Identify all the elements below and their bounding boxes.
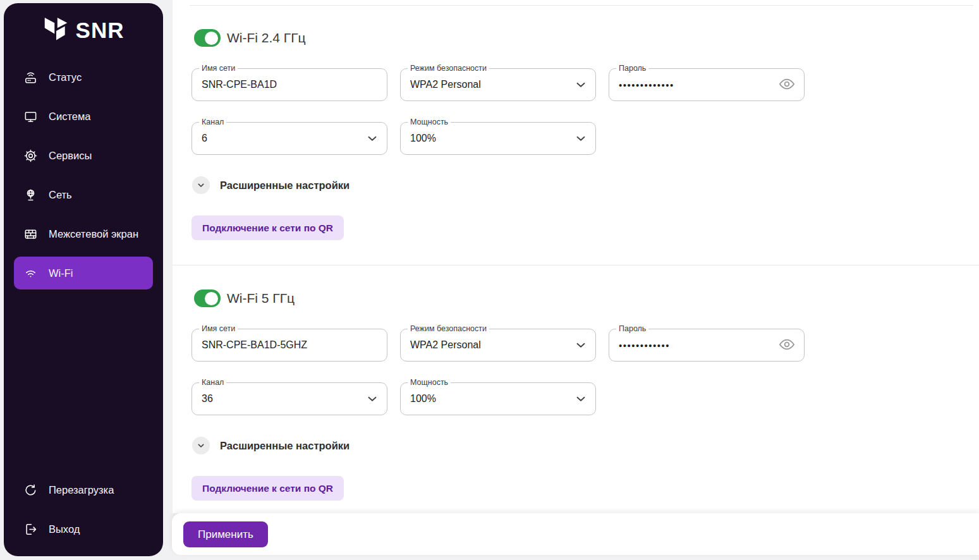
network-name-input[interactable] <box>192 329 387 361</box>
apply-button[interactable]: Применить <box>183 521 268 547</box>
password-field: Пароль <box>609 329 805 362</box>
channel-select[interactable]: Канал 36 <box>192 382 387 415</box>
sidebar-item-label: Сеть <box>49 189 72 201</box>
restart-icon <box>23 482 38 497</box>
chevron-down-icon <box>192 437 210 454</box>
qr-connect-button[interactable]: Подключение к сети по QR <box>192 216 344 240</box>
advanced-settings-expander[interactable]: Расширенные настройки <box>192 437 979 454</box>
network-globe-icon <box>23 187 38 202</box>
network-name-field: Имя сети <box>192 68 387 101</box>
network-name-input[interactable] <box>192 69 387 100</box>
password-input[interactable] <box>609 69 804 100</box>
sidebar-footer: Перезагрузка Выход <box>4 470 163 556</box>
chevron-down-icon <box>365 392 379 406</box>
select-value: 100% <box>410 123 436 154</box>
sidebar-item-label: Межсетевой экран <box>49 228 138 240</box>
network-name-field: Имя сети <box>192 329 387 362</box>
select-value: 36 <box>202 383 213 415</box>
firewall-icon <box>23 226 38 241</box>
monitor-icon <box>23 109 38 124</box>
wifi-5ghz-section: Wi-Fi 5 ГГц Имя сети Режим безопасности … <box>192 289 979 501</box>
sidebar-item-network[interactable]: Сеть <box>4 175 163 214</box>
action-bar: Применить <box>172 513 979 555</box>
select-value: WPA2 Personal <box>410 69 481 100</box>
power-select[interactable]: Мощность 100% <box>400 122 596 155</box>
chevron-down-icon <box>574 131 588 145</box>
sidebar-nav: Статус Система Сервисы <box>4 58 163 293</box>
chevron-down-icon <box>192 176 210 194</box>
sidebar-item-services[interactable]: Сервисы <box>4 136 163 175</box>
sidebar-item-status[interactable]: Статус <box>4 58 163 97</box>
wifi-24ghz-section: Wi-Fi 2.4 ГГц Имя сети Режим безопасност… <box>192 29 979 240</box>
eye-icon <box>779 336 795 355</box>
sidebar-item-label: Система <box>49 111 90 123</box>
wifi-icon <box>23 265 38 281</box>
channel-select[interactable]: Канал 6 <box>192 122 387 155</box>
password-input[interactable] <box>609 329 804 361</box>
security-mode-select[interactable]: Режим безопасности WPA2 Personal <box>400 68 596 101</box>
top-divider <box>190 5 973 6</box>
logout-icon <box>23 521 38 537</box>
section-divider <box>173 265 979 265</box>
wifi-5ghz-toggle[interactable] <box>194 289 221 307</box>
security-mode-select[interactable]: Режим безопасности WPA2 Personal <box>400 329 596 362</box>
toggle-knob <box>205 32 218 45</box>
sidebar-item-label: Перезагрузка <box>49 484 114 496</box>
section-title: Wi-Fi 5 ГГц <box>227 291 295 306</box>
advanced-settings-label: Расширенные настройки <box>220 440 350 452</box>
wifi-settings-page: Wi-Fi 2.4 ГГц Имя сети Режим безопасност… <box>173 0 979 513</box>
password-field: Пароль <box>609 68 805 101</box>
sidebar-item-label: Wi-Fi <box>49 267 73 279</box>
router-status-icon <box>23 70 38 85</box>
select-value: 6 <box>202 123 207 154</box>
select-value: 100% <box>410 383 436 415</box>
advanced-settings-label: Расширенные настройки <box>220 180 350 192</box>
select-value: WPA2 Personal <box>410 329 481 361</box>
advanced-settings-expander[interactable]: Расширенные настройки <box>192 176 979 194</box>
sidebar-item-label: Выход <box>49 523 80 535</box>
sidebar-item-logout[interactable]: Выход <box>4 509 163 549</box>
gear-icon <box>23 148 38 163</box>
snr-logo-icon <box>43 16 70 45</box>
chevron-down-icon <box>365 131 379 145</box>
sidebar-item-reboot[interactable]: Перезагрузка <box>4 470 163 509</box>
sidebar-item-label: Статус <box>49 71 82 83</box>
qr-connect-button[interactable]: Подключение к сети по QR <box>192 476 344 501</box>
toggle-knob <box>205 292 218 305</box>
logo-text: SNR <box>76 18 125 43</box>
sidebar-item-label: Сервисы <box>49 150 92 162</box>
sidebar: SNR Статус Система Сер <box>4 3 163 556</box>
sidebar-item-firewall[interactable]: Межсетевой экран <box>4 214 163 253</box>
sidebar-item-system[interactable]: Система <box>4 97 163 136</box>
eye-icon <box>779 76 795 94</box>
chevron-down-icon <box>574 392 588 406</box>
sidebar-item-wifi[interactable]: Wi-Fi <box>4 253 163 293</box>
section-title: Wi-Fi 2.4 ГГц <box>227 30 306 46</box>
wifi-24ghz-toggle[interactable] <box>194 29 221 47</box>
chevron-down-icon <box>574 338 588 352</box>
snr-logo: SNR <box>4 3 163 58</box>
show-password-button[interactable] <box>778 336 796 354</box>
chevron-down-icon <box>574 78 588 92</box>
show-password-button[interactable] <box>778 76 796 94</box>
power-select[interactable]: Мощность 100% <box>400 382 596 415</box>
